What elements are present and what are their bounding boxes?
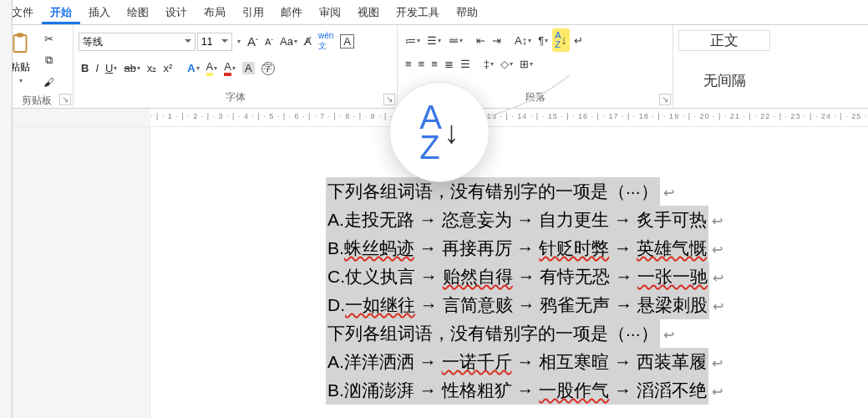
menu-邮件[interactable]: 邮件 — [272, 0, 311, 24]
line-space-menu[interactable]: ‡ — [481, 55, 496, 73]
group-label-clipboard: 剪贴板 — [5, 92, 68, 110]
number-list-icon: ☰ — [427, 34, 437, 47]
font-name-select[interactable]: 等线 — [79, 33, 195, 51]
multilevel-icon: ⩸ — [448, 34, 459, 47]
align-center-button[interactable]: ≡ — [416, 55, 428, 73]
distribute-button[interactable]: ☰ — [458, 55, 473, 73]
borders-icon: ⊞ — [520, 58, 529, 70]
superscript-button[interactable]: x² — [160, 59, 175, 77]
font-size-menu[interactable] — [234, 35, 243, 48]
font-color-button[interactable]: A — [221, 58, 238, 79]
text-effects-button[interactable]: A — [185, 59, 201, 77]
text-line[interactable]: B.汹涌澎湃 → 性格粗犷 → 一股作气 → 滔滔不绝 — [326, 376, 708, 405]
shrink-font-button[interactable]: Aˇ — [262, 34, 276, 49]
document-body[interactable]: 下列各组词语，没有错别字的一项是（···）↩A.走投无路 → 恣意妄为 → 自力… — [150, 127, 868, 418]
sort-button[interactable]: AZ↓ — [552, 28, 569, 52]
sort-az-icon-large: AZ↓ — [419, 102, 459, 162]
phonetic-button[interactable]: wén文 — [316, 28, 336, 54]
lens-pointer — [481, 72, 573, 119]
menu-绘图[interactable]: 绘图 — [119, 0, 157, 24]
justify-button[interactable]: ≣ — [442, 55, 456, 73]
group-font: 等线 11 Aˆ Aˇ Aa A̸ wén文 A B I U ab x₂ x² … — [74, 25, 398, 108]
asian-layout-button[interactable]: A↕ — [512, 32, 534, 49]
menu-帮助[interactable]: 帮助 — [448, 0, 486, 24]
svg-rect-0 — [14, 35, 27, 52]
menu-开发工具[interactable]: 开发工具 — [388, 0, 448, 24]
bullet-list-button[interactable]: ≔ — [403, 32, 423, 49]
asian-icon: A↕ — [515, 34, 527, 47]
align-left-icon: ≡ — [405, 58, 412, 70]
bold-button[interactable]: B — [79, 59, 91, 77]
paragraph-launcher[interactable]: ↘ — [659, 94, 671, 105]
multilevel-list-button[interactable]: ⩸ — [445, 32, 465, 49]
font-size-select[interactable]: 11 — [197, 33, 232, 51]
text-line[interactable]: A.洋洋洒洒 → 一诺千斤 → 相互寒暄 → 西装革履 — [326, 348, 708, 376]
text-line[interactable]: B.蛛丝蚂迹 → 再接再厉 → 针贬时弊 → 英雄气慨 — [326, 234, 708, 263]
style-nospace[interactable]: 无间隔 — [678, 71, 770, 90]
paragraph-mark: ↩ — [712, 385, 723, 399]
char-shade-button[interactable]: A — [240, 59, 257, 77]
line-spacing-icon: ¶ — [538, 34, 544, 47]
indent-icon: ⇥ — [492, 34, 501, 47]
shading-button[interactable]: ◇ — [498, 55, 515, 73]
text-line[interactable]: A.走投无路 → 恣意妄为 → 自力更生 → 炙手可热 — [326, 206, 708, 234]
menu-布局[interactable]: 布局 — [195, 0, 234, 24]
bucket-icon: ◇ — [500, 58, 509, 70]
eraser-icon: A̸ — [304, 35, 312, 48]
distribute-icon: ☰ — [460, 58, 470, 70]
indent-increase-button[interactable]: ⇥ — [490, 32, 504, 49]
number-list-button[interactable]: ☰ — [424, 32, 444, 49]
vertical-ruler — [0, 0, 13, 418]
grow-font-button[interactable]: Aˆ — [245, 32, 261, 51]
borders-button[interactable]: ⊞ — [517, 55, 536, 73]
clipboard-launcher[interactable]: ↘ — [59, 94, 71, 105]
paragraph-mark: ↩ — [663, 328, 674, 342]
paragraph-mark: ↩ — [713, 271, 723, 285]
enclosed-char-button[interactable]: 字 — [259, 59, 277, 78]
copy-icon: ⧉ — [41, 53, 56, 68]
paste-dropdown[interactable] — [16, 76, 25, 84]
strike-button[interactable]: ab — [121, 59, 142, 77]
menu-插入[interactable]: 插入 — [80, 0, 119, 24]
paragraph-mark: ↩ — [713, 299, 723, 314]
outdent-icon: ⇤ — [476, 34, 485, 47]
align-right-button[interactable]: ≡ — [429, 55, 440, 73]
sort-az-icon: AZ — [555, 31, 561, 49]
cut-button[interactable]: ✂ — [38, 28, 58, 48]
menu-视图[interactable]: 视图 — [349, 0, 388, 24]
menu-引用[interactable]: 引用 — [234, 0, 272, 24]
menu-bar: 文件开始插入绘图设计布局引用邮件审阅视图开发工具帮助 — [0, 0, 868, 25]
svg-rect-1 — [17, 33, 23, 38]
text-line[interactable]: 下列各组词语，没有错别字的一项是（···） — [326, 177, 660, 206]
brush-icon: 🖌 — [41, 74, 56, 89]
line-spacing-button[interactable]: ¶ — [536, 32, 551, 49]
font-launcher[interactable]: ↘ — [383, 94, 395, 105]
copy-button[interactable]: ⧉ — [38, 50, 58, 70]
format-painter-button[interactable]: 🖌 — [38, 72, 58, 92]
paragraph-mark: ↩ — [663, 186, 674, 200]
italic-button[interactable]: I — [93, 59, 101, 77]
underline-button[interactable]: U — [103, 59, 119, 77]
menu-开始[interactable]: 开始 — [42, 0, 80, 24]
align-center-icon: ≡ — [419, 58, 425, 70]
menu-审阅[interactable]: 审阅 — [311, 0, 349, 24]
show-marks-button[interactable]: ↵ — [571, 32, 586, 49]
highlight-button[interactable]: A — [204, 58, 221, 79]
subscript-button[interactable]: x₂ — [145, 59, 160, 77]
change-case-button[interactable]: Aa — [277, 33, 300, 50]
indent-decrease-button[interactable]: ⇤ — [474, 32, 488, 49]
text-line[interactable]: 下列各组词语，没有错别字的一项是（···） — [326, 319, 660, 348]
justify-icon: ≣ — [444, 58, 454, 70]
lens: AZ↓ — [389, 82, 490, 182]
align-left-button[interactable]: ≡ — [403, 55, 414, 73]
char-border-button[interactable]: A — [338, 32, 357, 51]
left-gutter — [0, 127, 150, 418]
line-space-icon: ‡ — [484, 58, 490, 70]
paragraph-mark: ↩ — [712, 356, 723, 370]
clear-format-button[interactable]: A̸ — [302, 33, 314, 50]
text-line[interactable]: C.仗义执言 → 贻然自得 → 有恃无恐 → 一张一驰 — [326, 263, 709, 291]
text-line[interactable]: D.一如继往 → 言简意赅 → 鸦雀无声 → 悬梁刺股 — [326, 291, 709, 319]
style-normal[interactable]: 正文 — [678, 30, 770, 51]
menu-设计[interactable]: 设计 — [157, 0, 195, 24]
paste-label: 粘贴 — [10, 60, 30, 74]
